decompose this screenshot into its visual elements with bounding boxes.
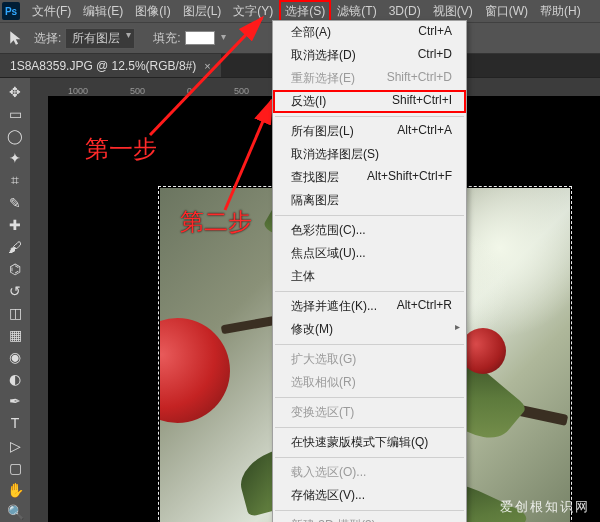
layer-select-dropdown[interactable]: 所有图层 (65, 28, 135, 49)
menu-item-shortcut: Alt+Ctrl+R (397, 298, 452, 315)
menu-item-label: 新建 3D 模型(3) (291, 517, 376, 522)
menu-item-shortcut: Ctrl+D (418, 47, 452, 64)
toolbox: ✥▭◯✦⌗✎✚🖌⌬↺◫▦◉◐✒T▷▢✋🔍 (0, 78, 30, 522)
ruler-tick: 500 (130, 86, 145, 96)
menu-item-label: 隔离图层 (291, 192, 339, 209)
tool-lasso[interactable]: ◯ (3, 126, 27, 146)
menu-视图[interactable]: 视图(V) (427, 0, 479, 22)
menu-item-label: 全部(A) (291, 24, 331, 41)
menu-item-取消选择图层[interactable]: 取消选择图层(S) (273, 143, 466, 166)
tool-crop[interactable]: ⌗ (3, 170, 27, 190)
tool-marquee[interactable]: ▭ (3, 104, 27, 124)
menu-文字[interactable]: 文字(Y) (227, 0, 279, 22)
menu-item-label: 在快速蒙版模式下编辑(Q) (291, 434, 428, 451)
tool-move[interactable]: ✥ (3, 82, 27, 102)
menu-item-label: 载入选区(O)... (291, 464, 366, 481)
menu-separator (275, 215, 464, 216)
menu-item-色彩范围[interactable]: 色彩范围(C)... (273, 219, 466, 242)
menu-item-shortcut: Shift+Ctrl+I (392, 93, 452, 110)
menu-item-隔离图层[interactable]: 隔离图层 (273, 189, 466, 212)
select-menu-dropdown: 全部(A)Ctrl+A取消选择(D)Ctrl+D重新选择(E)Shift+Ctr… (272, 20, 467, 522)
menu-item-反选[interactable]: 反选(I)Shift+Ctrl+I (273, 90, 466, 113)
menu-item-取消选择[interactable]: 取消选择(D)Ctrl+D (273, 44, 466, 67)
menu-文件[interactable]: 文件(F) (26, 0, 77, 22)
tool-stamp[interactable]: ⌬ (3, 259, 27, 279)
ruler-corner (30, 78, 48, 96)
tool-eyedropper[interactable]: ✎ (3, 192, 27, 212)
menu-item-label: 变换选区(T) (291, 404, 354, 421)
move-tool-icon (8, 29, 26, 47)
menu-窗口[interactable]: 窗口(W) (479, 0, 534, 22)
menu-separator (275, 510, 464, 511)
menu-item-在快速蒙版模式下编辑[interactable]: 在快速蒙版模式下编辑(Q) (273, 431, 466, 454)
tool-hand[interactable]: ✋ (3, 480, 27, 500)
tool-history-brush[interactable]: ↺ (3, 281, 27, 301)
tool-magic-wand[interactable]: ✦ (3, 148, 27, 168)
menu-separator (275, 116, 464, 117)
menu-item-扩大选取: 扩大选取(G) (273, 348, 466, 371)
tool-gradient[interactable]: ▦ (3, 325, 27, 345)
menubar: Ps 文件(F)编辑(E)图像(I)图层(L)文字(Y)选择(S)滤镜(T)3D… (0, 0, 600, 22)
menu-item-shortcut: Alt+Shift+Ctrl+F (367, 169, 452, 186)
menu-item-选择并遮住[interactable]: 选择并遮住(K)...Alt+Ctrl+R (273, 295, 466, 318)
menu-separator (275, 427, 464, 428)
menu-选择[interactable]: 选择(S) (279, 0, 331, 22)
menu-item-载入选区: 载入选区(O)... (273, 461, 466, 484)
fill-swatch[interactable] (185, 31, 215, 45)
menu-separator (275, 397, 464, 398)
ps-logo-icon: Ps (2, 2, 20, 20)
menu-图像[interactable]: 图像(I) (129, 0, 176, 22)
menu-item-全部[interactable]: 全部(A)Ctrl+A (273, 21, 466, 44)
menu-item-label: 选取相似(R) (291, 374, 356, 391)
menu-item-label: 取消选择图层(S) (291, 146, 379, 163)
menu-item-label: 查找图层 (291, 169, 339, 186)
menu-item-label: 扩大选取(G) (291, 351, 356, 368)
tool-rectangle[interactable]: ▢ (3, 458, 27, 478)
menu-图层[interactable]: 图层(L) (177, 0, 228, 22)
menu-separator (275, 291, 464, 292)
tool-pen[interactable]: ✒ (3, 391, 27, 411)
document-tab[interactable]: 1S8A8359.JPG @ 12.5%(RGB/8#) × (0, 54, 221, 77)
menu-item-所有图层[interactable]: 所有图层(L)Alt+Ctrl+A (273, 120, 466, 143)
menu-item-主体[interactable]: 主体 (273, 265, 466, 288)
tool-brush[interactable]: 🖌 (3, 237, 27, 257)
tool-dodge[interactable]: ◐ (3, 369, 27, 389)
tool-blur[interactable]: ◉ (3, 347, 27, 367)
watermark: 爱创根知识网 (500, 498, 590, 516)
menu-item-存储选区[interactable]: 存储选区(V)... (273, 484, 466, 507)
select-label: 选择: (34, 30, 61, 47)
tool-zoom[interactable]: 🔍 (3, 502, 27, 522)
menu-3d[interactable]: 3D(D) (383, 0, 427, 22)
menu-item-变换选区: 变换选区(T) (273, 401, 466, 424)
ruler-tick: 500 (234, 86, 249, 96)
menu-item-焦点区域[interactable]: 焦点区域(U)... (273, 242, 466, 265)
menu-item-label: 修改(M) (291, 321, 333, 338)
ruler-tick: 1000 (68, 86, 88, 96)
tool-healing[interactable]: ✚ (3, 215, 27, 235)
menu-item-查找图层[interactable]: 查找图层Alt+Shift+Ctrl+F (273, 166, 466, 189)
menu-separator (275, 344, 464, 345)
menu-item-新建 3D 模型: 新建 3D 模型(3) (273, 514, 466, 522)
menu-item-修改[interactable]: 修改(M) (273, 318, 466, 341)
tab-close-icon[interactable]: × (204, 60, 210, 72)
menu-帮助[interactable]: 帮助(H) (534, 0, 587, 22)
menu-separator (275, 457, 464, 458)
document-tab-title: 1S8A8359.JPG @ 12.5%(RGB/8#) (10, 59, 196, 73)
menu-滤镜[interactable]: 滤镜(T) (331, 0, 382, 22)
menu-item-选取相似: 选取相似(R) (273, 371, 466, 394)
ruler-tick: 0 (187, 86, 192, 96)
menu-item-label: 主体 (291, 268, 315, 285)
tool-eraser[interactable]: ◫ (3, 303, 27, 323)
tool-path-select[interactable]: ▷ (3, 436, 27, 456)
menu-编辑[interactable]: 编辑(E) (77, 0, 129, 22)
menu-item-label: 存储选区(V)... (291, 487, 365, 504)
menu-item-label: 选择并遮住(K)... (291, 298, 377, 315)
menu-item-label: 重新选择(E) (291, 70, 355, 87)
tool-type[interactable]: T (3, 413, 27, 433)
menu-item-label: 焦点区域(U)... (291, 245, 366, 262)
annotation-step1: 第一步 (85, 133, 157, 165)
menu-item-shortcut: Ctrl+A (418, 24, 452, 41)
fill-label: 填充: (153, 30, 180, 47)
menu-item-shortcut: Alt+Ctrl+A (397, 123, 452, 140)
annotation-step2: 第二步 (180, 206, 252, 238)
